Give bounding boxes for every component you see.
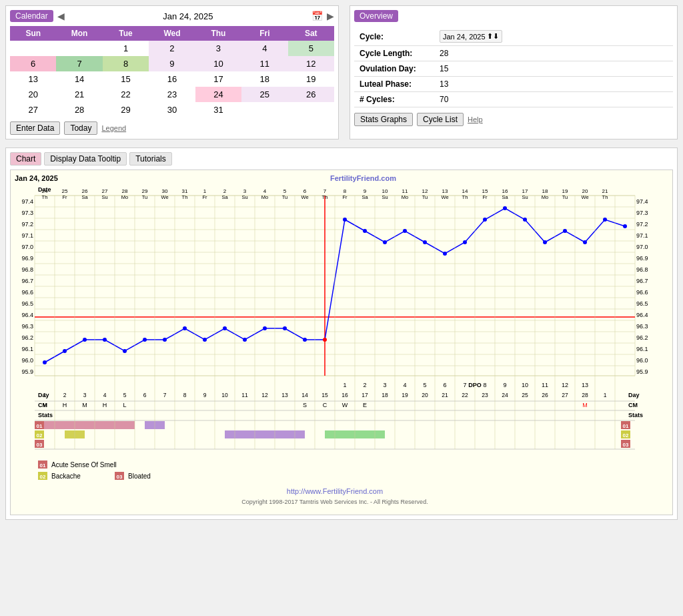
chart-tab[interactable]: Chart [10,152,41,166]
svg-text:W: W [342,402,348,408]
calendar-cell[interactable]: 4 [241,41,287,56]
svg-text:1: 1 [43,392,47,398]
cycle-select[interactable]: Jan 24, 2025 ⬆⬇ [440,30,502,43]
svg-point-79 [563,229,567,233]
calendar-day-header: Thu [195,26,241,41]
calendar-cell[interactable]: 23 [149,87,195,102]
calendar-cell[interactable]: 1 [103,41,149,56]
svg-text:Mo: Mo [542,194,548,200]
ovulation-day-row: Ovulation Day: 15 [354,61,673,77]
calendar-title: Jan 24, 2025 [69,11,307,21]
svg-text:6: 6 [303,188,307,194]
calendar-cell[interactable]: 17 [195,71,241,87]
svg-text:97.4: 97.4 [636,198,648,205]
svg-text:96.1: 96.1 [636,346,648,352]
calendar-cell[interactable]: 27 [10,102,56,117]
svg-point-61 [203,338,207,342]
svg-text:97.2: 97.2 [21,221,33,228]
calendar-cell[interactable]: 19 [288,71,334,87]
svg-text:10: 10 [382,188,388,194]
svg-text:17: 17 [362,392,368,398]
calendar-cell[interactable]: 5 [288,41,334,56]
svg-text:Sa: Sa [362,194,368,200]
svg-text:9: 9 [203,392,207,398]
svg-text:6: 6 [143,392,147,398]
svg-text:21: 21 [442,392,448,398]
svg-text:03: 03 [623,442,629,448]
svg-text:13: 13 [582,382,588,388]
today-button[interactable]: Today [64,121,97,135]
svg-text:4: 4 [263,188,267,194]
svg-text:12: 12 [422,188,428,194]
svg-text:S: S [303,402,307,408]
svg-text:Su: Su [241,194,247,200]
calendar-cell[interactable]: 10 [195,56,241,71]
tutorials-button[interactable]: Tutorials [129,152,172,166]
calendar-cell[interactable]: 13 [10,71,56,87]
calendar-cell[interactable]: 26 [288,87,334,102]
calendar-day-header: Mon [56,26,102,41]
svg-text:14: 14 [301,392,308,398]
calendar-cell[interactable]: 2 [149,41,195,56]
help-link[interactable]: Help [468,115,483,123]
stats-graphs-button[interactable]: Stats Graphs [354,113,413,126]
overview-tab: Overview [354,10,398,22]
svg-text:Tu: Tu [422,194,428,200]
tooltip-button[interactable]: Display Data Tooltip [44,152,127,166]
calendar-cell[interactable]: 31 [195,102,241,117]
calendar-cell[interactable]: 18 [241,71,287,87]
calendar-cell[interactable]: 15 [103,71,149,87]
chart-container: Jan 24, 2025 FertilityFriend.com 97.4 97… [10,170,673,515]
calendar-cell[interactable]: 22 [103,87,149,102]
chart-section: Chart Display Data Tooltip Tutorials Jan… [5,147,678,520]
svg-text:7: 7 [163,392,167,398]
enter-data-button[interactable]: Enter Data [10,121,60,135]
calendar-cell[interactable]: 29 [103,102,149,117]
calendar-cell[interactable]: 6 [10,56,56,71]
svg-point-81 [603,218,607,222]
svg-text:96.4: 96.4 [636,312,648,318]
svg-text:13: 13 [281,392,288,398]
legend-link[interactable]: Legend [101,124,126,132]
calendar-cell[interactable]: 7 [56,56,102,71]
calendar-day-header: Wed [149,26,195,41]
calendar-prev-button[interactable]: ◀ [57,11,65,21]
svg-text:2: 2 [63,392,67,398]
temperature-chart: 97.4 97.3 97.2 97.1 97.0 96.9 96.8 96.7 … [15,184,655,511]
cycle-list-button[interactable]: Cycle List [417,113,464,126]
svg-text:5: 5 [283,188,287,194]
num-cycles-value: 70 [434,92,673,107]
svg-text:Th: Th [42,194,48,200]
cycle-length-value: 28 [434,46,673,61]
svg-text:4: 4 [103,392,107,398]
calendar-cell[interactable]: 28 [56,102,102,117]
calendar-cell [10,41,56,56]
svg-text:27: 27 [102,188,108,194]
svg-text:3: 3 [83,392,87,398]
svg-text:14: 14 [462,188,468,194]
overview-buttons: Stats Graphs Cycle List Help [354,113,673,126]
svg-text:Sa: Sa [502,194,508,200]
calendar-cell[interactable]: 20 [10,87,56,102]
svg-text:Tu: Tu [562,194,568,200]
calendar-cell[interactable]: 12 [288,56,334,71]
calendar-cell[interactable]: 3 [195,41,241,56]
calendar-cell[interactable]: 11 [241,56,287,71]
svg-text:97.0: 97.0 [21,244,33,250]
calendar-cell[interactable]: 24 [195,87,241,102]
svg-text:8: 8 [344,188,347,194]
calendar-cell[interactable]: 8 [103,56,149,71]
svg-text:96.5: 96.5 [21,300,33,307]
calendar-cell[interactable]: 30 [149,102,195,117]
svg-text:96.9: 96.9 [21,255,33,262]
calendar-next-button[interactable]: ▶ [327,11,334,21]
calendar-cell[interactable]: 21 [56,87,102,102]
calendar-cell[interactable]: 25 [241,87,287,102]
calendar-cell[interactable]: 14 [56,71,102,87]
cycle-row: Cycle: Jan 24, 2025 ⬆⬇ [354,27,673,46]
calendar-cell[interactable]: 16 [149,71,195,87]
calendar-cell[interactable]: 9 [149,56,195,71]
calendar-grid: SunMonTueWedThuFriSat 123456789101112131… [10,26,334,117]
cycle-value: Jan 24, 2025 ⬆⬇ [434,27,673,46]
svg-text:H: H [103,402,107,408]
